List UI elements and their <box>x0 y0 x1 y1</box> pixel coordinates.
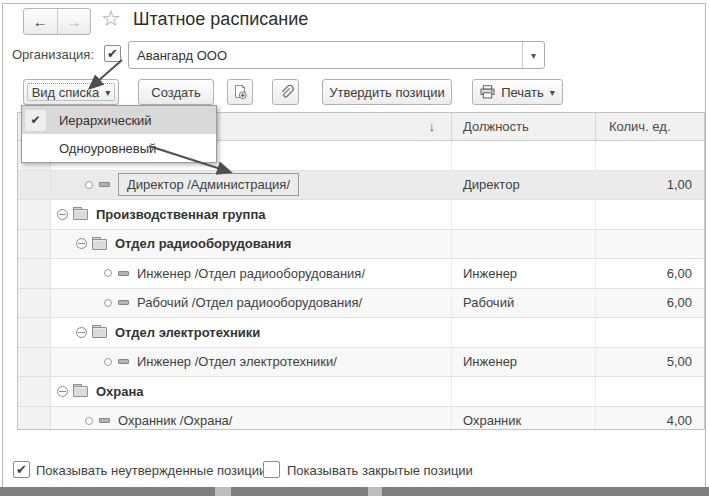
item-circle-icon <box>85 181 93 189</box>
folder-icon <box>92 326 107 338</box>
row-name-cell[interactable]: Производственная группа <box>51 200 452 229</box>
organization-dropdown-button[interactable]: ▾ <box>522 42 544 68</box>
print-button[interactable]: Печать ▾ <box>472 79 563 105</box>
view-list-button[interactable]: Вид списка ▾ <box>23 79 119 105</box>
collapse-icon[interactable] <box>57 209 68 220</box>
attachments-button[interactable] <box>272 79 299 105</box>
row-count-cell[interactable] <box>596 318 704 347</box>
forward-button[interactable]: → <box>58 9 91 34</box>
table-row[interactable]: Производственная группа <box>18 200 704 230</box>
row-count-cell[interactable] <box>596 377 704 406</box>
approve-label: Утвердить позиции <box>329 85 445 100</box>
row-count-cell[interactable] <box>596 141 704 170</box>
row-count-cell[interactable]: 6,00 <box>596 289 704 318</box>
organization-checkbox[interactable]: ✔ <box>104 45 121 62</box>
row-count-cell[interactable]: 4,00 <box>596 407 704 430</box>
back-icon: ← <box>33 13 48 30</box>
row-marker-cell <box>18 200 51 229</box>
row-position-cell[interactable] <box>452 377 596 406</box>
copy-item-button[interactable] <box>227 79 253 105</box>
row-position-cell[interactable]: Инженер <box>452 348 596 377</box>
menu-item-label: Иерархический <box>59 113 152 128</box>
row-count-cell[interactable] <box>596 230 704 259</box>
row-marker-cell <box>18 171 51 200</box>
show-unapproved-checkbox[interactable]: ✔ <box>13 461 30 478</box>
row-name-cell[interactable]: Охранник /Охрана/ <box>51 407 452 430</box>
row-count-cell[interactable]: 6,00 <box>596 259 704 288</box>
row-position-cell[interactable]: Охранник <box>452 407 596 430</box>
collapse-icon[interactable] <box>76 327 87 338</box>
position-item-icon <box>118 359 129 364</box>
row-marker-cell <box>18 377 51 406</box>
row-name-cell[interactable]: Инженер /Отдел радиооборудования/ <box>51 259 452 288</box>
organization-field[interactable]: Авангард ООО ▾ <box>128 41 545 69</box>
printer-icon <box>480 85 501 99</box>
row-name-cell[interactable]: Рабочий /Отдел радиооборудования/ <box>51 289 452 318</box>
row-name-cell[interactable]: Инженер /Отдел электротехники/ <box>51 348 452 377</box>
row-name-cell[interactable]: Отдел электротехники <box>51 318 452 347</box>
table-row[interactable]: Директор /Администрация/ Директор 1,00 <box>18 171 704 201</box>
table-row[interactable]: Отдел электротехники <box>18 318 704 348</box>
table-row[interactable]: Охрана <box>18 377 704 407</box>
row-position-cell[interactable] <box>452 230 596 259</box>
row-marker-cell <box>18 289 51 318</box>
position-name: Директор /Администрация/ <box>127 177 290 192</box>
group-name: Производственная группа <box>96 207 265 222</box>
row-position-cell[interactable] <box>452 141 596 170</box>
approve-positions-button[interactable]: Утвердить позиции <box>322 79 452 105</box>
menu-item[interactable]: Одноуровневый <box>22 134 216 162</box>
create-button[interactable]: Создать <box>138 79 214 105</box>
position-item-icon <box>118 300 129 305</box>
item-circle-icon <box>104 269 112 277</box>
row-marker-cell <box>18 259 51 288</box>
table-row[interactable]: Рабочий /Отдел радиооборудования/ Рабочи… <box>18 289 704 319</box>
row-position-cell[interactable]: Инженер <box>452 259 596 288</box>
sort-descending-icon: ↓ <box>429 119 436 134</box>
menu-item[interactable]: ✔ Иерархический <box>22 106 216 134</box>
current-cell-focus-box: Директор /Администрация/ <box>118 173 299 196</box>
collapse-icon[interactable] <box>76 238 87 249</box>
position-name: Инженер /Отдел электротехники/ <box>137 354 337 369</box>
row-count-cell[interactable]: 5,00 <box>596 348 704 377</box>
item-circle-icon <box>104 299 112 307</box>
header-position-column[interactable]: Должность <box>452 113 596 140</box>
group-name: Отдел радиооборудования <box>115 236 291 251</box>
favorite-star-icon[interactable]: ☆ <box>101 6 121 32</box>
back-button[interactable]: ← <box>24 9 58 34</box>
table-row[interactable]: Охранник /Охрана/ Охранник 4,00 <box>18 407 704 430</box>
row-position-cell[interactable]: Директор <box>452 171 596 200</box>
show-closed-label: Показывать закрытые позиции <box>287 463 473 478</box>
paperclip-icon <box>278 84 294 100</box>
organization-value: Авангард ООО <box>129 48 522 63</box>
row-name-cell[interactable]: Отдел радиооборудования <box>51 230 452 259</box>
position-name: Инженер /Отдел радиооборудования/ <box>137 266 365 281</box>
check-icon: ✔ <box>25 110 46 131</box>
show-closed-checkbox[interactable] <box>263 461 280 478</box>
row-marker-cell <box>18 348 51 377</box>
taskbar-mark <box>215 487 231 496</box>
print-label: Печать <box>501 85 544 100</box>
taskbar-strip <box>0 487 709 496</box>
collapse-icon[interactable] <box>57 386 68 397</box>
forward-icon: → <box>66 13 81 30</box>
item-circle-icon <box>85 417 93 425</box>
view-list-dropdown-menu: ✔ Иерархический Одноуровневый <box>21 105 217 163</box>
row-name-cell[interactable]: Охрана <box>51 377 452 406</box>
row-marker-cell <box>18 407 51 430</box>
folder-icon <box>73 385 88 397</box>
table-row[interactable]: Инженер /Отдел радиооборудования/ Инжене… <box>18 259 704 289</box>
row-count-cell[interactable]: 1,00 <box>596 171 704 200</box>
position-name: Охранник /Охрана/ <box>118 413 232 428</box>
position-item-icon <box>118 271 129 276</box>
header-count-column[interactable]: Колич. ед. <box>596 113 704 140</box>
row-position-cell[interactable] <box>452 318 596 347</box>
create-label: Создать <box>151 85 200 100</box>
row-position-cell[interactable] <box>452 200 596 229</box>
view-list-label: Вид списка <box>32 85 100 100</box>
table-row[interactable]: Инженер /Отдел электротехники/ Инженер 5… <box>18 348 704 378</box>
row-position-cell[interactable]: Рабочий <box>452 289 596 318</box>
row-count-cell[interactable] <box>596 200 704 229</box>
row-name-cell[interactable]: Директор /Администрация/ <box>51 171 452 200</box>
table-row[interactable]: Отдел радиооборудования <box>18 230 704 260</box>
table-body: Директор /Администрация/ Директор 1,00 П… <box>18 141 704 429</box>
